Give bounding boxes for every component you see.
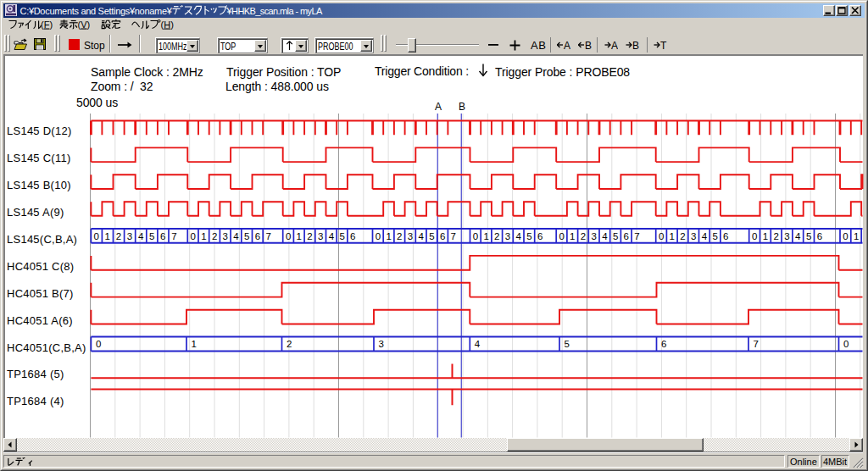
svg-text:4: 4 (233, 231, 239, 241)
svg-text:2: 2 (680, 231, 685, 241)
svg-text:0: 0 (843, 339, 849, 349)
svg-text:2: 2 (212, 231, 217, 241)
svg-text:6: 6 (537, 231, 542, 241)
svg-text:0: 0 (286, 231, 291, 241)
svg-text:1: 1 (570, 231, 575, 241)
svg-text:1: 1 (483, 231, 488, 241)
svg-text:0: 0 (659, 231, 664, 241)
svg-text:2: 2 (287, 339, 292, 349)
svg-text:6: 6 (440, 231, 445, 241)
svg-text:3: 3 (408, 231, 413, 241)
svg-text:4: 4 (418, 231, 424, 241)
svg-text:1: 1 (854, 231, 859, 241)
svg-text:6: 6 (160, 231, 165, 241)
svg-text:3: 3 (691, 231, 696, 241)
svg-text:3: 3 (784, 231, 789, 241)
svg-text:4: 4 (602, 231, 608, 241)
svg-text:0: 0 (94, 231, 99, 241)
svg-text:6: 6 (661, 339, 666, 349)
svg-text:5: 5 (526, 231, 531, 241)
svg-text:5: 5 (244, 231, 249, 241)
svg-text:4: 4 (475, 339, 481, 349)
svg-text:7: 7 (754, 339, 759, 349)
svg-text:0: 0 (376, 231, 381, 241)
svg-text:6: 6 (723, 231, 728, 241)
svg-text:1: 1 (763, 231, 768, 241)
svg-text:4: 4 (329, 231, 335, 241)
svg-text:3: 3 (318, 231, 323, 241)
svg-text:7: 7 (265, 231, 270, 241)
svg-text:4: 4 (515, 231, 521, 241)
svg-text:0: 0 (473, 231, 478, 241)
svg-text:1: 1 (297, 231, 302, 241)
svg-text:1: 1 (386, 231, 391, 241)
svg-text:1: 1 (192, 339, 197, 349)
svg-text:3: 3 (591, 231, 596, 241)
svg-text:1: 1 (670, 231, 675, 241)
svg-text:0: 0 (190, 231, 195, 241)
svg-text:5: 5 (613, 231, 618, 241)
svg-text:5: 5 (149, 231, 154, 241)
svg-text:2: 2 (581, 231, 586, 241)
svg-text:5: 5 (339, 231, 344, 241)
svg-text:6: 6 (624, 231, 629, 241)
svg-text:2: 2 (116, 231, 121, 241)
svg-text:2: 2 (307, 231, 312, 241)
svg-text:5: 5 (429, 231, 434, 241)
svg-text:2: 2 (773, 231, 778, 241)
svg-text:3: 3 (379, 339, 384, 349)
svg-text:4: 4 (795, 231, 801, 241)
svg-text:3: 3 (223, 231, 228, 241)
svg-text:7: 7 (634, 231, 639, 241)
svg-text:0: 0 (96, 339, 101, 349)
svg-text:0: 0 (559, 231, 564, 241)
svg-text:6: 6 (817, 231, 822, 241)
svg-text:1: 1 (201, 231, 206, 241)
svg-text:2: 2 (397, 231, 402, 241)
svg-text:5: 5 (712, 231, 717, 241)
svg-text:0: 0 (843, 231, 848, 241)
svg-text:5: 5 (565, 339, 570, 349)
svg-text:6: 6 (350, 231, 355, 241)
svg-text:2: 2 (494, 231, 499, 241)
svg-text:5: 5 (806, 231, 811, 241)
svg-text:1: 1 (105, 231, 110, 241)
svg-text:3: 3 (127, 231, 132, 241)
svg-text:3: 3 (505, 231, 510, 241)
svg-text:0: 0 (752, 231, 757, 241)
svg-text:6: 6 (255, 231, 260, 241)
svg-text:7: 7 (171, 231, 176, 241)
svg-text:7: 7 (451, 231, 456, 241)
svg-text:4: 4 (702, 231, 708, 241)
svg-text:4: 4 (138, 231, 144, 241)
